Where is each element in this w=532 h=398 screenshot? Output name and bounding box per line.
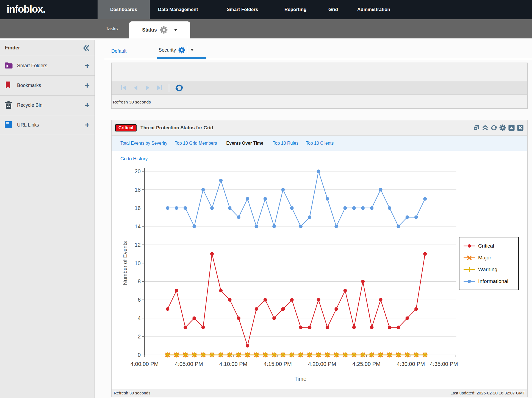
last-page-button[interactable] (156, 84, 163, 91)
svg-text:4:00:00 PM: 4:00:00 PM (131, 361, 159, 367)
legend-marker-warning (463, 267, 476, 272)
minimize-icon[interactable] (508, 124, 515, 131)
last-updated-text: Last updated: 2025-02-20 16:32:07 GMT (450, 391, 525, 395)
divider (169, 84, 169, 92)
panel-title: Threat Protection Status for Grid (140, 125, 213, 131)
tab-status-label: Status (142, 27, 157, 33)
finder-items: Smart Folders + Bookmarks + Recycle Bin … (0, 56, 95, 135)
chevron-down-icon[interactable] (190, 49, 194, 51)
nav-item-reporting[interactable]: Reporting (284, 0, 306, 19)
svg-text:14: 14 (135, 223, 141, 229)
nav-item-dashboards[interactable]: Dashboards (98, 0, 150, 19)
tab-tasks[interactable]: Tasks (106, 19, 118, 38)
add-bookmarks-button[interactable]: + (85, 76, 90, 95)
sidebar-item-bookmarks[interactable]: Bookmarks + (0, 76, 95, 96)
nav-item-smart-folders[interactable]: Smart Folders (227, 0, 258, 19)
add-url-links-button[interactable]: + (85, 115, 90, 134)
status-gear-icon[interactable] (160, 26, 168, 34)
chevron-down-icon[interactable] (174, 29, 177, 31)
sidebar-item-label: Bookmarks (17, 76, 41, 95)
infoblox-logo: infoblox. (7, 0, 45, 19)
refresh-icon[interactable] (491, 124, 497, 131)
sidebar-item-label: URL Links (17, 115, 39, 135)
sidebar-item-smart-folders[interactable]: Smart Folders + (0, 56, 95, 76)
divider (171, 26, 171, 34)
legend-marker-critical (463, 243, 476, 249)
legend-marker-major (463, 255, 476, 260)
tabs-underline (104, 59, 532, 59)
nav-item-data-management[interactable]: Data Management (158, 0, 198, 19)
svg-text:18: 18 (135, 187, 141, 193)
legend-label: Warning (478, 267, 497, 273)
finder-sidebar: Finder Smart Folders + Bookmarks + Recyc… (0, 40, 95, 398)
previous-page-button[interactable] (132, 84, 139, 91)
dashboard-sub-navigation: Tasks Status (0, 19, 532, 38)
panel-header: Critical Threat Protection Status for Gr… (112, 120, 527, 136)
legend-label: Informational (478, 278, 508, 284)
chart-area: 024681012141618204:00:00 PM4:05:00 PM4:1… (112, 151, 527, 389)
panel-footer: Refresh 30 seconds Last updated: 2025-02… (112, 389, 527, 397)
chart-legend: Critical Major Warning Informational (459, 237, 519, 290)
first-page-button[interactable] (120, 84, 128, 91)
sidebar-item-label: Smart Folders (17, 56, 47, 75)
status-badge: Critical (115, 124, 137, 131)
panel-tab-top-10-rules[interactable]: Top 10 Rules (273, 141, 298, 146)
svg-text:4:05:00 PM: 4:05:00 PM (175, 361, 203, 367)
top-navigation-bar: infoblox. DashboardsData ManagementSmart… (0, 0, 532, 19)
tab-security-label: Security (159, 47, 176, 53)
duplicate-icon[interactable] (473, 124, 480, 131)
panel-tab-total-events-by-severity[interactable]: Total Events by Severity (120, 141, 167, 146)
close-icon[interactable] (517, 124, 524, 131)
sidebar-item-recycle-bin[interactable]: Recycle Bin + (0, 96, 95, 115)
svg-text:4:15:00 PM: 4:15:00 PM (264, 361, 292, 367)
pager-toolbar (112, 81, 527, 95)
threat-protection-panel: Critical Threat Protection Status for Gr… (111, 120, 528, 397)
legend-label: Major (478, 255, 491, 261)
refresh-interval-note: Refresh 30 seconds (114, 391, 150, 395)
refresh-button[interactable] (175, 84, 184, 92)
tab-default[interactable]: Default (111, 48, 126, 54)
svg-text:16: 16 (135, 205, 141, 211)
legend-item-major: Major (459, 252, 518, 264)
sidebar-item-label: Recycle Bin (17, 96, 42, 115)
next-page-button[interactable] (144, 84, 151, 91)
panel-header-icons (473, 124, 524, 131)
panel-tab-events-over-time[interactable]: Events Over Time (226, 141, 264, 146)
finder-header: Finder (0, 40, 95, 56)
finder-title: Finder (5, 40, 20, 56)
collapse-sidebar-icon[interactable] (82, 44, 90, 53)
svg-text:4:35:00 PM: 4:35:00 PM (430, 361, 458, 367)
bookmarks-icon (4, 81, 12, 90)
panel-tab-top-10-grid-members[interactable]: Top 10 Grid Members (175, 141, 217, 146)
settings-icon[interactable] (499, 124, 506, 131)
svg-text:12: 12 (135, 242, 141, 248)
nav-item-grid[interactable]: Grid (328, 0, 338, 19)
svg-text:4:25:00 PM: 4:25:00 PM (352, 361, 380, 367)
tab-status[interactable]: Status (129, 21, 190, 38)
divider (188, 46, 188, 54)
smart-folders-icon (4, 61, 13, 70)
panel-tabs: Total Events by SeverityTop 10 Grid Memb… (112, 136, 527, 151)
add-recycle-bin-button[interactable]: + (85, 96, 90, 114)
legend-label: Critical (478, 243, 494, 249)
tab-security[interactable]: Security (159, 46, 194, 54)
go-to-history-link[interactable]: Go to History (120, 156, 148, 162)
svg-text:2: 2 (138, 333, 141, 340)
add-smart-folders-button[interactable]: + (85, 56, 90, 75)
svg-text:Number of Events: Number of Events (122, 241, 128, 285)
legend-marker-informational (463, 279, 476, 284)
legend-item-warning: Warning (459, 264, 518, 275)
collapse-all-icon[interactable] (482, 124, 489, 131)
svg-text:Time: Time (294, 376, 306, 382)
panel-tab-top-10-clients[interactable]: Top 10 Clients (306, 141, 334, 146)
refresh-interval-note: Refresh 30 seconds (113, 100, 151, 105)
security-gear-icon[interactable] (178, 47, 185, 54)
svg-text:4:30:00 PM: 4:30:00 PM (397, 361, 425, 367)
svg-text:8: 8 (138, 278, 141, 284)
svg-text:4:10:00 PM: 4:10:00 PM (219, 361, 247, 367)
svg-text:4: 4 (138, 315, 141, 321)
legend-item-informational: Informational (459, 275, 518, 287)
svg-text:4:20:00 PM: 4:20:00 PM (308, 361, 336, 367)
sidebar-item-url-links[interactable]: URL Links + (0, 115, 95, 135)
nav-item-administration[interactable]: Administration (357, 0, 390, 19)
